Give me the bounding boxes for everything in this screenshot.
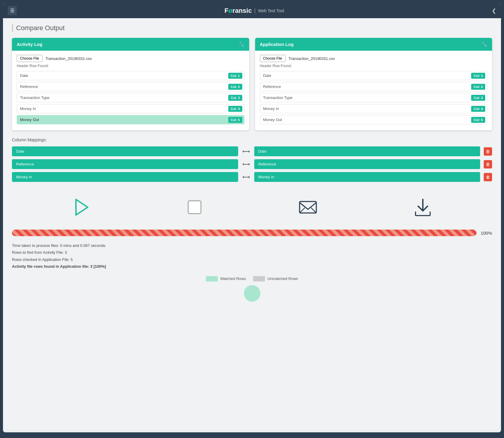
application-log-header: Application Log 🔧 [255,38,492,51]
activity-log-col-money-in-badge: Col: 4 [228,106,242,112]
action-icons-row [12,191,492,224]
application-log-col-money-out-badge: Col: 5 [471,117,485,123]
application-log-settings-icon[interactable]: 🔧 [481,41,487,47]
activity-log-choose-file-button[interactable]: Choose File [17,55,42,62]
activity-log-col-reference[interactable]: Reference Col: 2 [17,82,244,91]
cards-row: Activity Log 🔧 Choose File Transaction_2… [12,38,492,130]
activity-log-body: Choose File Transaction_20190331.csv Hea… [12,51,249,130]
mapping-money-in-right: Money In [254,172,480,182]
activity-log-file-name: Transaction_20190331.csv [45,56,92,61]
activity-log-col-money-out-badge: Col: 5 [228,117,242,123]
application-log-col-transaction-type-badge: Col: 3 [471,95,485,101]
download-icon [412,197,433,218]
play-button[interactable] [71,197,92,218]
application-log-body: Choose File Transaction_20190331.csv Hea… [255,51,492,130]
mapping-reference-left: Reference [12,159,238,169]
email-icon [298,197,318,218]
mapping-row-reference: Reference ⟷ Reference 🗑 [12,159,492,169]
activity-log-card: Activity Log 🔧 Choose File Transaction_2… [12,38,249,130]
activity-log-col-date-badge: Col: 1 [228,73,242,79]
svg-point-3 [244,285,260,301]
legend-unmatched-label: Unmatched Rows [267,276,298,281]
activity-log-title: Activity Log [17,42,42,47]
activity-log-col-transaction-type[interactable]: Transaction Type Col: 3 [17,93,244,102]
activity-log-col-transaction-type-badge: Col: 3 [228,95,242,101]
mapping-row-date: Date ⟷ Date 🗑 [12,146,492,156]
application-log-file-name: Transaction_20190331.csv [289,56,335,61]
stop-button[interactable] [186,198,204,216]
application-log-col-date[interactable]: Date Col: 1 [260,71,488,80]
brand-divider: | [254,7,256,14]
email-button[interactable] [298,197,318,218]
app-header: ☰ Føransic | Web Test Tool ❮ [3,3,501,18]
download-button[interactable] [412,197,433,218]
mapping-date-arrow: ⟷ [242,148,251,155]
activity-log-col-money-out[interactable]: Money Out Col: 5 [17,115,244,124]
application-log-title: Application Log [260,42,294,47]
activity-log-col-date[interactable]: Date Col: 1 [17,71,244,80]
svg-rect-1 [188,201,201,214]
chart-area [12,284,492,302]
stats-line3: Rows checked in Application File: 5 [12,256,492,263]
application-log-header-row-found: Header Row Found: [260,64,488,68]
column-mappings-section: Column Mappings: Date ⟷ Date 🗑 Reference… [12,137,492,182]
trash-icon: 🗑 [486,149,490,154]
application-log-col-money-in-label: Money In [260,104,471,113]
header-center: Føransic | Web Test Tool [224,7,284,15]
application-log-col-reference-badge: Col: 2 [471,84,485,90]
activity-log-col-reference-badge: Col: 2 [228,84,242,90]
trash-icon: 🗑 [486,162,490,167]
application-log-choose-file-button[interactable]: Choose File [260,55,286,62]
collapse-button[interactable]: ❮ [492,7,496,14]
hamburger-icon: ☰ [10,8,14,13]
application-log-file-row: Choose File Transaction_20190331.csv [260,55,488,62]
mapping-money-in-arrow: ⟷ [242,174,251,180]
mapping-date-left: Date [12,146,238,156]
application-log-col-reference[interactable]: Reference Col: 2 [260,82,488,91]
mapping-money-in-delete-button[interactable]: 🗑 [484,173,492,181]
activity-log-header: Activity Log 🔧 [12,38,249,51]
legend-unmatched-color [253,276,265,281]
mapping-reference-right: Reference [254,159,480,169]
mapping-reference-arrow: ⟷ [242,161,251,168]
activity-log-col-money-in[interactable]: Money In Col: 4 [17,104,244,113]
hamburger-button[interactable]: ☰ [8,6,17,15]
mapping-date-delete-button[interactable]: 🗑 [484,147,492,156]
header-left: ☰ [8,6,17,15]
activity-log-col-transaction-type-label: Transaction Type [17,93,228,102]
stats-line4: Activity file rows found in Application … [12,263,492,270]
legend-unmatched: Unmatched Rows [253,276,298,281]
legend-matched: Matched Rows [206,276,246,281]
mapping-row-money-in: Money In ⟷ Money In 🗑 [12,172,492,182]
column-mappings-label: Column Mappings: [12,137,492,142]
application-log-card: Application Log 🔧 Choose File Transactio… [255,38,492,130]
page-content: Compare Output Activity Log 🔧 Choose Fil… [3,18,501,430]
application-log-col-money-in[interactable]: Money In Col: 4 [260,104,488,113]
application-log-col-reference-label: Reference [260,82,471,91]
mapping-reference-delete-button[interactable]: 🗑 [484,160,492,168]
progress-bar-fill [12,230,477,236]
legend-row: Matched Rows Unmatched Rows [12,276,492,281]
page-title: Compare Output [12,24,492,32]
activity-log-col-date-label: Date [17,71,228,80]
activity-log-col-reference-label: Reference [17,82,228,91]
activity-log-settings-icon[interactable]: 🔧 [238,41,244,47]
progress-section: 100% [12,230,492,236]
application-log-col-transaction-type-label: Transaction Type [260,93,471,102]
activity-log-col-money-out-label: Money Out [17,115,228,124]
brand-accent: ø [229,7,232,14]
brand-logo: Føransic [224,7,252,15]
activity-log-col-money-in-label: Money In [17,104,228,113]
legend-matched-color [206,276,218,281]
progress-label: 100% [481,230,492,236]
application-log-col-money-out[interactable]: Money Out Col: 5 [260,115,488,124]
svg-rect-2 [300,202,316,213]
application-log-col-transaction-type[interactable]: Transaction Type Col: 3 [260,93,488,102]
legend-matched-label: Matched Rows [220,276,246,281]
progress-bar-container [12,230,477,236]
application-log-col-date-badge: Col: 1 [471,73,485,79]
mapping-money-in-left: Money In [12,172,238,182]
activity-log-header-row-found: Header Row Found: [17,64,244,68]
stats-section: Time taken to process files: 0 mins and … [12,242,492,270]
stop-icon [186,198,204,216]
